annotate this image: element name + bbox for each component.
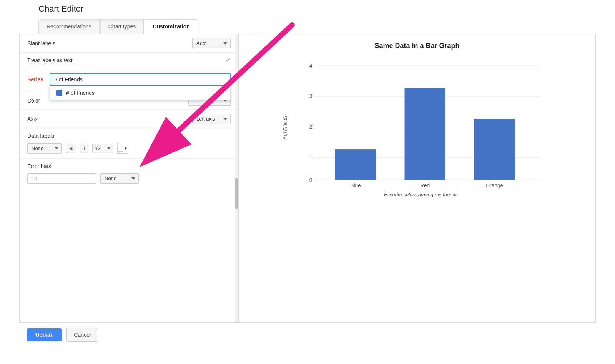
treat-labels-row: Treat labels as text ✓	[20, 53, 238, 68]
slant-labels-select[interactable]: Auto	[192, 38, 231, 48]
bold-button[interactable]: B	[66, 144, 76, 153]
color-label: Color	[27, 98, 40, 104]
svg-text:Blue: Blue	[350, 182, 361, 188]
data-labels-select[interactable]: None	[27, 143, 62, 154]
data-labels-title: Data labels	[27, 133, 231, 139]
error-bars-input[interactable]	[27, 173, 96, 184]
series-color-swatch	[56, 90, 62, 96]
error-bars-select[interactable]: None	[100, 173, 139, 184]
svg-text:4: 4	[309, 63, 312, 69]
tab-customization[interactable]: Customization	[145, 19, 198, 34]
treat-labels-label: Treat labels as text	[27, 57, 73, 63]
svg-rect-12	[474, 119, 515, 180]
treat-labels-checkmark[interactable]: ✓	[226, 56, 231, 64]
cancel-button[interactable]: Cancel	[66, 328, 98, 342]
scrollbar-thumb[interactable]	[235, 178, 238, 209]
error-bars-section: Error bars None	[20, 159, 238, 188]
chart-svg: 4 3 2 1 0	[290, 58, 552, 188]
chart-title: Same Data in a Bar Graph	[283, 42, 552, 50]
series-option-label: # of Friends	[66, 90, 95, 96]
axis-select[interactable]: Left axis Right axis	[192, 114, 231, 124]
svg-rect-10	[335, 149, 376, 180]
series-option-friends[interactable]: # of Friends	[50, 86, 230, 100]
series-header: Series # of Friends	[27, 73, 231, 86]
font-size-select[interactable]: 12	[92, 144, 113, 153]
bottom-bar: Update Cancel	[19, 322, 596, 347]
svg-text:0: 0	[309, 177, 312, 183]
error-bars-controls: None	[27, 173, 231, 184]
scrollbar-track	[235, 34, 238, 322]
data-labels-section: Data labels None B I 12 ▼	[20, 128, 238, 159]
svg-text:Orange: Orange	[485, 182, 503, 188]
chart-x-label: Favorite colors among my friends	[290, 192, 552, 197]
axis-label: Axis	[27, 116, 37, 122]
main-content: Slant labels Auto Treat labels as text ✓…	[19, 34, 596, 322]
svg-text:Red: Red	[420, 182, 430, 188]
series-section: Series # of Friends	[20, 68, 238, 91]
data-labels-controls: None B I 12 ▼	[27, 143, 231, 154]
series-input[interactable]	[50, 73, 231, 86]
tab-recommendations[interactable]: Recommendations	[38, 19, 100, 34]
svg-text:1: 1	[309, 154, 312, 160]
chart-wrapper: # of Friends	[283, 58, 552, 197]
chart-container: Same Data in a Bar Graph # of Friends	[283, 42, 552, 197]
series-label: Series	[27, 76, 43, 83]
italic-button[interactable]: I	[80, 144, 88, 153]
font-color-button[interactable]: ▼	[117, 143, 128, 154]
series-dropdown-menu: # of Friends	[50, 86, 231, 100]
y-axis-label: # of Friends	[283, 58, 288, 197]
error-bars-title: Error bars	[27, 163, 231, 169]
slant-labels-label: Slant labels	[27, 40, 55, 46]
series-dropdown-container: # of Friends	[50, 73, 231, 86]
svg-rect-11	[405, 88, 445, 180]
axis-row: Axis Left axis Right axis	[20, 110, 238, 128]
page-title: Chart Editor	[19, 4, 596, 14]
chart-area: 4 3 2 1 0	[290, 58, 552, 197]
left-panel: Slant labels Auto Treat labels as text ✓…	[20, 34, 239, 322]
right-panel: Same Data in a Bar Graph # of Friends	[239, 34, 595, 322]
slant-labels-row: Slant labels Auto	[20, 34, 238, 53]
svg-text:3: 3	[309, 93, 312, 99]
tab-chart-types[interactable]: Chart types	[100, 19, 144, 34]
update-button[interactable]: Update	[27, 328, 62, 341]
tabs-bar: Recommendations Chart types Customizatio…	[19, 19, 596, 34]
svg-text:2: 2	[309, 124, 312, 130]
